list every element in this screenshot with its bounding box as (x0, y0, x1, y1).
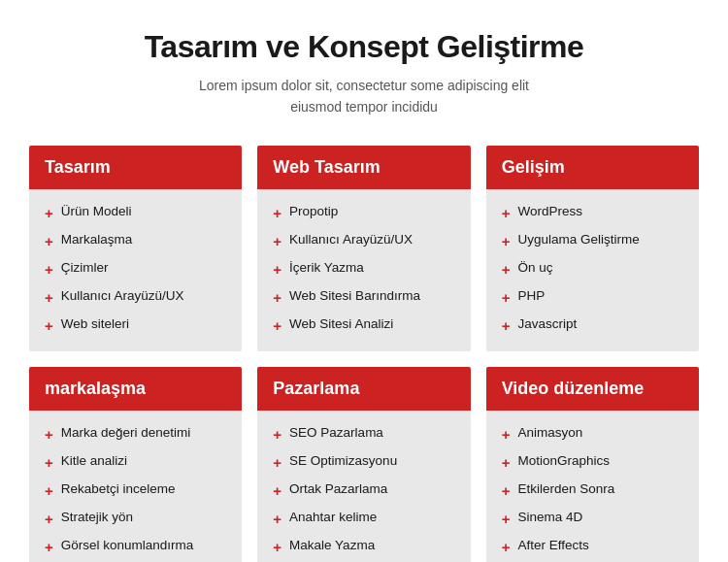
item-label: WordPress (517, 203, 582, 221)
list-item: +PHP (502, 287, 683, 308)
list-item: +Web Sitesi Analizi (273, 315, 454, 336)
item-label: Ürün Modeli (61, 203, 132, 221)
list-item: +Animasyon (502, 424, 683, 445)
item-label: PHP (517, 287, 545, 306)
card-body-pazarlama: +SEO Pazarlama+SE Optimizasyonu+Ortak Pa… (257, 411, 470, 562)
item-label: Makale Yazma (289, 537, 375, 555)
list-item: +Marka değeri denetimi (45, 424, 226, 445)
list-item: +Kullanıcı Arayüzü/UX (45, 287, 226, 308)
item-label: Rekabetçi inceleme (61, 480, 176, 499)
list-item: +SEO Pazarlama (273, 424, 454, 445)
card-header-video-duzenleme: Video düzenleme (486, 367, 699, 411)
item-label: Kullanıcı Arayüzü/UX (289, 231, 413, 249)
item-label: After Effects (517, 537, 588, 555)
plus-icon: + (502, 509, 511, 529)
list-item: +Sinema 4D (502, 509, 683, 529)
card-tasarim: Tasarım+Ürün Modeli+Markalaşma+Çizimler+… (29, 146, 242, 351)
list-item: +Makale Yazma (273, 537, 454, 557)
plus-icon: + (45, 259, 53, 280)
plus-icon: + (502, 231, 511, 251)
plus-icon: + (273, 259, 281, 280)
list-item: +Web Sitesi Barındırma (273, 287, 454, 308)
item-label: Ortak Pazarlama (289, 480, 387, 499)
plus-icon: + (45, 287, 53, 308)
item-label: Etkilerden Sonra (517, 480, 614, 499)
item-label: Ön uç (517, 259, 552, 278)
list-item: +Web siteleri (45, 315, 226, 336)
plus-icon: + (502, 452, 511, 473)
plus-icon: + (502, 203, 511, 223)
card-header-title-video-duzenleme: Video düzenleme (502, 379, 645, 398)
item-label: SE Optimizasyonu (289, 452, 397, 471)
item-label: Stratejik yön (61, 509, 133, 527)
list-item: +Ön uç (502, 259, 683, 280)
plus-icon: + (502, 537, 511, 557)
plus-icon: + (273, 231, 281, 251)
card-body-video-duzenleme: +Animasyon+MotionGraphics+Etkilerden Son… (486, 411, 699, 562)
item-label: Sinema 4D (517, 509, 582, 527)
subtitle-line2: eiusmod tempor incididu (290, 99, 438, 115)
item-label: Çizimler (61, 259, 109, 278)
plus-icon: + (273, 424, 281, 445)
card-header-title-web-tasarim: Web Tasarım (273, 157, 380, 177)
card-header-tasarim: Tasarım (29, 146, 242, 189)
page-title: Tasarım ve Konsept Geliştirme (29, 29, 699, 65)
item-label: Kitle analizi (61, 452, 127, 471)
list-item: +Javascript (502, 315, 683, 336)
card-header-title-gelisim: Gelişim (502, 157, 565, 177)
plus-icon: + (45, 452, 53, 473)
plus-icon: + (502, 480, 511, 501)
plus-icon: + (45, 480, 53, 501)
plus-icon: + (273, 452, 281, 473)
item-label: Görsel konumlandırma (61, 537, 194, 555)
list-item: +Ürün Modeli (45, 203, 226, 223)
plus-icon: + (273, 480, 281, 501)
item-label: İçerik Yazma (289, 259, 364, 278)
cards-grid: Tasarım+Ürün Modeli+Markalaşma+Çizimler+… (29, 146, 699, 562)
list-item: +Çizimler (45, 259, 226, 280)
item-label: Marka değeri denetimi (61, 424, 191, 443)
list-item: +After Effects (502, 537, 683, 557)
list-item: +SE Optimizasyonu (273, 452, 454, 473)
plus-icon: + (502, 259, 511, 280)
card-header-title-pazarlama: Pazarlama (273, 379, 359, 398)
item-label: SEO Pazarlama (289, 424, 383, 443)
card-header-title-markalaşma: markalaşma (45, 379, 146, 398)
list-item: +MotionGraphics (502, 452, 683, 473)
list-item: +Ortak Pazarlama (273, 480, 454, 501)
item-label: Animasyon (517, 424, 582, 443)
item-label: Web Sitesi Analizi (289, 315, 393, 334)
card-header-web-tasarim: Web Tasarım (257, 146, 470, 189)
plus-icon: + (502, 287, 511, 308)
card-body-tasarim: +Ürün Modeli+Markalaşma+Çizimler+Kullanı… (29, 189, 242, 351)
list-item: +Etkilerden Sonra (502, 480, 683, 501)
card-body-gelisim: +WordPress+Uygulama Geliştirme+Ön uç+PHP… (486, 189, 699, 351)
plus-icon: + (273, 203, 281, 223)
list-item: +Uygulama Geliştirme (502, 231, 683, 251)
plus-icon: + (45, 315, 53, 336)
list-item: +İçerik Yazma (273, 259, 454, 280)
item-label: Web siteleri (61, 315, 129, 334)
card-body-web-tasarim: +Propotip+Kullanıcı Arayüzü/UX+İçerik Ya… (257, 189, 470, 351)
plus-icon: + (273, 287, 281, 308)
plus-icon: + (45, 509, 53, 529)
plus-icon: + (273, 315, 281, 336)
card-header-gelisim: Gelişim (486, 146, 699, 189)
list-item: +WordPress (502, 203, 683, 223)
list-item: +Stratejik yön (45, 509, 226, 529)
list-item: +Anahtar kelime (273, 509, 454, 529)
item-label: Propotip (289, 203, 338, 221)
card-header-markalaşma: markalaşma (29, 367, 242, 411)
card-pazarlama: Pazarlama+SEO Pazarlama+SE Optimizasyonu… (257, 367, 470, 562)
card-body-markalaşma: +Marka değeri denetimi+Kitle analizi+Rek… (29, 411, 242, 562)
list-item: +Rekabetçi inceleme (45, 480, 226, 501)
card-gelisim: Gelişim+WordPress+Uygulama Geliştirme+Ön… (486, 146, 699, 351)
card-header-pazarlama: Pazarlama (257, 367, 470, 411)
list-item: +Kitle analizi (45, 452, 226, 473)
plus-icon: + (45, 424, 53, 445)
list-item: +Kullanıcı Arayüzü/UX (273, 231, 454, 251)
card-markalaşma: markalaşma+Marka değeri denetimi+Kitle a… (29, 367, 242, 562)
item-label: MotionGraphics (517, 452, 610, 471)
card-video-duzenleme: Video düzenleme+Animasyon+MotionGraphics… (486, 367, 699, 562)
card-web-tasarim: Web Tasarım+Propotip+Kullanıcı Arayüzü/U… (257, 146, 470, 351)
